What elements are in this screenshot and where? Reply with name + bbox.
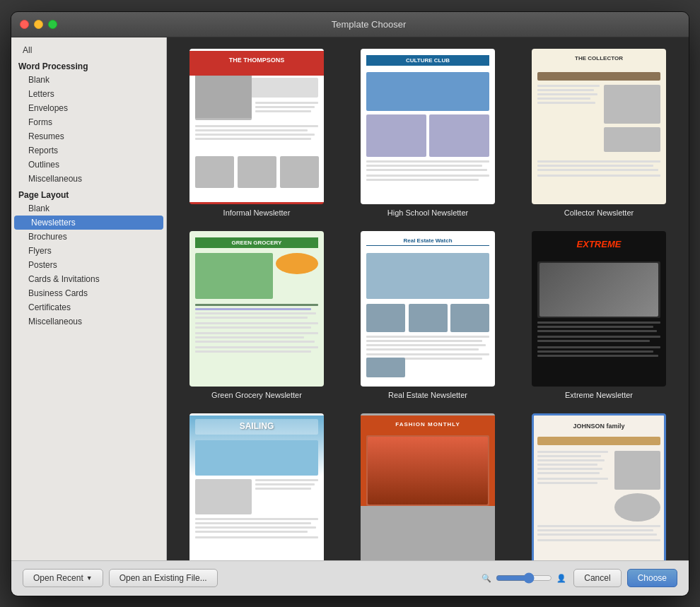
sidebar-item-outlines[interactable]: Outlines xyxy=(11,158,166,172)
sidebar: All Word Processing Blank Letters Envelo… xyxy=(11,37,167,560)
titlebar: Template Chooser xyxy=(11,12,689,37)
template-label-extreme: Extreme Newsletter xyxy=(565,391,633,399)
template-thumb-extreme xyxy=(532,231,666,387)
sidebar-item-posters[interactable]: Posters xyxy=(11,258,166,272)
template-thumb-family xyxy=(532,413,666,560)
sidebar-item-blank-pl[interactable]: Blank xyxy=(11,201,166,216)
sidebar-item-forms[interactable]: Forms xyxy=(11,115,166,129)
template-realestate[interactable]: Real Estate Newsletter xyxy=(349,231,506,399)
template-thumb-highschool xyxy=(361,49,495,204)
main-content: All Word Processing Blank Letters Envelo… xyxy=(11,37,689,560)
templates-area: Informal Newsletter High School Newslett… xyxy=(167,37,689,560)
traffic-lights xyxy=(20,20,57,29)
zoom-out-icon: 🔍 xyxy=(482,574,491,583)
template-highschool[interactable]: High School Newsletter xyxy=(349,49,506,217)
choose-button[interactable]: Choose xyxy=(627,569,677,587)
sidebar-item-cards[interactable]: Cards & Invitations xyxy=(11,272,166,286)
sidebar-item-business-cards[interactable]: Business Cards xyxy=(11,286,166,300)
template-thumb-modern xyxy=(361,413,495,560)
zoom-slider[interactable] xyxy=(496,572,552,584)
template-label-collector: Collector Newsletter xyxy=(564,208,634,217)
sidebar-item-misc-pl[interactable]: Miscellaneous xyxy=(11,314,166,329)
sidebar-item-newsletters[interactable]: Newsletters xyxy=(14,216,163,230)
open-recent-button[interactable]: Open Recent ▼ xyxy=(23,569,103,587)
template-thumb-realestate xyxy=(361,231,495,387)
template-chooser-window: Template Chooser All Word Processing Bla… xyxy=(11,11,689,596)
sidebar-item-reports[interactable]: Reports xyxy=(11,143,166,158)
template-modern[interactable]: Modern Newsletter xyxy=(349,413,506,560)
template-extreme[interactable]: Extreme Newsletter xyxy=(520,231,677,399)
template-thumb-informal xyxy=(189,49,324,204)
template-informal[interactable]: Informal Newsletter xyxy=(178,49,335,217)
sidebar-item-letters[interactable]: Letters xyxy=(11,87,166,101)
minimize-button[interactable] xyxy=(34,20,43,29)
footer: Open Recent ▼ Open an Existing File... 🔍… xyxy=(11,560,689,596)
template-grocery[interactable]: Green Grocery Newsletter xyxy=(178,231,335,399)
footer-center: 🔍 👤 xyxy=(482,572,566,584)
sidebar-item-flyers[interactable]: Flyers xyxy=(11,244,166,258)
zoom-in-icon: 👤 xyxy=(556,574,566,583)
sidebar-item-envelopes[interactable]: Envelopes xyxy=(11,101,166,115)
template-family[interactable]: Family Newsletter xyxy=(520,413,677,560)
open-recent-label: Open Recent xyxy=(33,573,83,583)
template-label-highschool: High School Newsletter xyxy=(387,208,468,217)
template-collector[interactable]: Collector Newsletter xyxy=(520,49,677,217)
sidebar-category-word-processing: Word Processing xyxy=(11,57,166,73)
sidebar-item-brochures[interactable]: Brochures xyxy=(11,230,166,244)
window-title: Template Chooser xyxy=(57,19,680,30)
sidebar-item-resumes[interactable]: Resumes xyxy=(11,129,166,143)
template-label-informal: Informal Newsletter xyxy=(223,208,291,217)
footer-right: Cancel Choose xyxy=(573,569,677,587)
footer-left: Open Recent ▼ Open an Existing File... xyxy=(23,569,474,587)
template-thumb-collector xyxy=(532,49,666,204)
close-button[interactable] xyxy=(20,20,29,29)
template-thumb-sailing xyxy=(189,413,324,560)
open-existing-button[interactable]: Open an Existing File... xyxy=(109,569,218,587)
cancel-button[interactable]: Cancel xyxy=(573,569,621,587)
template-label-realestate: Real Estate Newsletter xyxy=(388,391,467,399)
sidebar-item-certificates[interactable]: Certificates xyxy=(11,300,166,314)
templates-grid: Informal Newsletter High School Newslett… xyxy=(178,49,677,560)
sidebar-item-blank-wp[interactable]: Blank xyxy=(11,73,166,87)
template-sailing[interactable]: Sailing Newsletter xyxy=(178,413,335,560)
maximize-button[interactable] xyxy=(48,20,57,29)
dropdown-arrow-icon: ▼ xyxy=(86,574,93,582)
sidebar-item-all[interactable]: All xyxy=(11,43,166,57)
template-label-grocery: Green Grocery Newsletter xyxy=(211,391,302,399)
sidebar-item-misc-wp[interactable]: Miscellaneous xyxy=(11,172,166,186)
template-thumb-grocery xyxy=(189,231,324,387)
sidebar-category-page-layout: Page Layout xyxy=(11,186,166,201)
